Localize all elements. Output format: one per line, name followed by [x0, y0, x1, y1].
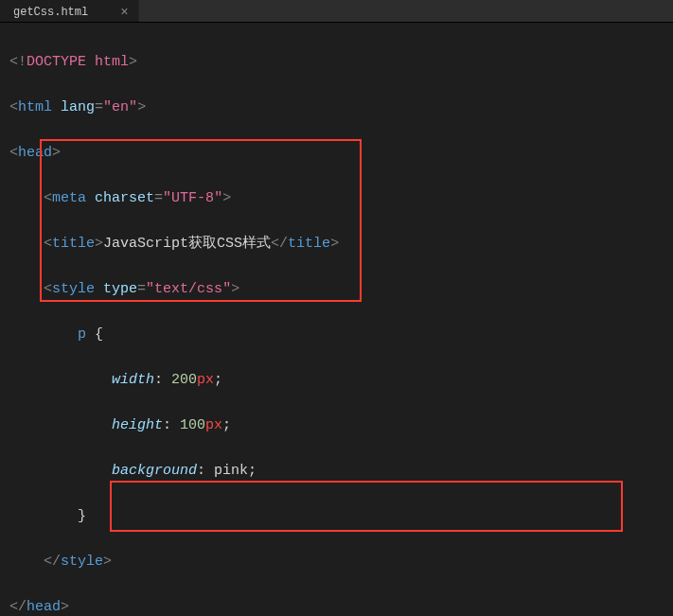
tab-filename: getCss.html — [13, 6, 88, 19]
code-line: height: 100px; — [9, 414, 673, 437]
code-line: } — [9, 505, 673, 528]
code-line: <!DOCTYPE html> — [9, 51, 673, 74]
code-line: width: 200px; — [9, 369, 673, 392]
code-line: background: pink; — [9, 460, 673, 483]
code-line: <meta charset="UTF-8"> — [9, 187, 673, 210]
tab-bar: getCss.html × — [0, 0, 673, 23]
code-line: <html lang="en"> — [9, 97, 673, 119]
close-icon[interactable]: × — [120, 6, 128, 19]
code-editor[interactable]: <!DOCTYPE html> <html lang="en"> <head> … — [0, 23, 673, 616]
code-line: <head> — [9, 142, 673, 165]
code-line: </style> — [9, 551, 673, 573]
code-line: <style type="text/css"> — [9, 278, 673, 301]
code-line: <title>JavaScript获取CSS样式</title> — [9, 233, 673, 255]
code-line: </head> — [9, 596, 673, 616]
code-line: p { — [9, 324, 673, 346]
tab-getcss[interactable]: getCss.html × — [0, 0, 139, 22]
tabbar-spacer — [139, 0, 673, 22]
